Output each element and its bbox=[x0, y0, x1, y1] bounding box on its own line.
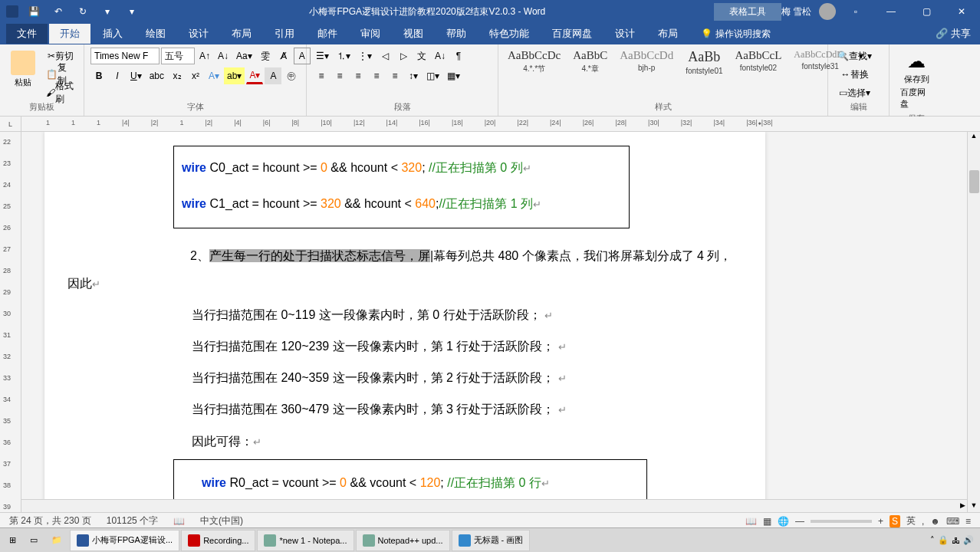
font-color-icon[interactable]: A▾ bbox=[246, 67, 263, 84]
show-marks-icon[interactable]: ¶ bbox=[450, 48, 467, 64]
tab-draw[interactable]: 绘图 bbox=[135, 24, 176, 44]
decrease-indent-icon[interactable]: ◁ bbox=[377, 48, 393, 64]
italic-button[interactable]: I bbox=[109, 67, 126, 84]
find-button[interactable]: 🔍 查找▾ bbox=[834, 48, 875, 64]
ime-punct-icon[interactable]: , bbox=[922, 516, 924, 527]
format-painter-button[interactable]: 🖌 格式刷 bbox=[43, 84, 77, 101]
tab-references[interactable]: 引用 bbox=[264, 24, 305, 44]
task-word[interactable]: 小梅哥FPGA逻辑设... bbox=[70, 530, 179, 551]
document-page[interactable]: wire C0_act = hcount >= 0 && hcount < 32… bbox=[44, 132, 765, 512]
ime-emoji-icon[interactable]: ☻ bbox=[930, 516, 940, 527]
tab-view[interactable]: 视图 bbox=[393, 24, 434, 44]
print-layout-icon[interactable]: ▦ bbox=[763, 516, 771, 527]
borders-icon[interactable]: ▦▾ bbox=[444, 67, 463, 84]
tell-me-search[interactable]: 💡 操作说明搜索 bbox=[701, 28, 771, 41]
tray-vol-icon[interactable]: 🔊 bbox=[963, 535, 974, 545]
undo-icon[interactable]: ↶ bbox=[49, 2, 67, 21]
replace-button[interactable]: ↔ 替换 bbox=[834, 66, 875, 83]
zoom-in-icon[interactable]: + bbox=[878, 516, 883, 527]
vertical-scrollbar[interactable]: ▲ ▼ bbox=[967, 132, 980, 512]
subscript-button[interactable]: x₂ bbox=[169, 67, 186, 84]
redo-icon[interactable]: ↻ bbox=[74, 2, 92, 21]
style-item-0[interactable]: AaBbCcDc4.*.*节 bbox=[505, 48, 564, 77]
ime-sogou-icon[interactable]: S bbox=[890, 515, 900, 527]
touch-icon[interactable]: ▾ bbox=[123, 2, 141, 21]
phonetic-icon[interactable]: 雯 bbox=[257, 48, 274, 64]
tab-help[interactable]: 帮助 bbox=[436, 24, 477, 44]
scroll-thumb[interactable] bbox=[969, 170, 979, 193]
underline-button[interactable]: U▾ bbox=[127, 67, 145, 84]
task-notepad1[interactable]: *new 1 - Notepa... bbox=[257, 530, 354, 551]
grow-font-icon[interactable]: A↑ bbox=[196, 48, 213, 64]
numbering-icon[interactable]: ⒈▾ bbox=[334, 48, 354, 64]
align-right-icon[interactable]: ≡ bbox=[350, 67, 367, 84]
clear-format-icon[interactable]: A̸ bbox=[275, 48, 292, 64]
shrink-font-icon[interactable]: A↓ bbox=[215, 48, 232, 64]
ime-lang[interactable]: 英 bbox=[906, 514, 916, 527]
tab-mailings[interactable]: 邮件 bbox=[307, 24, 348, 44]
tab-table-layout[interactable]: 布局 bbox=[647, 24, 689, 44]
strike-button[interactable]: abc bbox=[146, 67, 167, 84]
paste-button[interactable]: 粘贴 bbox=[6, 48, 40, 91]
justify-icon[interactable]: ≡ bbox=[368, 67, 385, 84]
enclose-char-icon[interactable]: ㊥ bbox=[283, 67, 300, 84]
task-recording[interactable]: Recording... bbox=[181, 530, 255, 551]
sort-icon[interactable]: A↓ bbox=[432, 48, 449, 64]
distributed-icon[interactable]: ≡ bbox=[386, 67, 403, 84]
zoom-slider[interactable] bbox=[811, 520, 872, 523]
ime-settings-icon[interactable]: ≡ bbox=[965, 516, 971, 527]
horizontal-scrollbar[interactable]: ▶ bbox=[21, 499, 967, 512]
minimize-button[interactable]: — bbox=[876, 0, 906, 23]
superscript-button[interactable]: x² bbox=[187, 67, 204, 84]
horizontal-ruler[interactable]: L 111|4||2|1|2||4||6||8||10||12||14||16|… bbox=[0, 117, 980, 132]
system-tray[interactable]: ˄ 🔒 🖧 🔊 bbox=[930, 535, 977, 545]
baidu-save-button[interactable]: ☁ 保存到 百度网盘 bbox=[896, 48, 937, 113]
save-icon[interactable]: 💾 bbox=[25, 2, 43, 21]
tray-net-icon[interactable]: 🖧 bbox=[952, 536, 960, 545]
tab-review[interactable]: 审阅 bbox=[350, 24, 391, 44]
tab-special[interactable]: 特色功能 bbox=[478, 24, 540, 44]
style-item-1[interactable]: AaBbC4.*章 bbox=[570, 48, 610, 77]
select-button[interactable]: ▭ 选择▾ bbox=[834, 84, 875, 101]
change-case-icon[interactable]: Aa▾ bbox=[233, 48, 255, 64]
text-effects-icon[interactable]: A▾ bbox=[206, 67, 222, 84]
styles-gallery[interactable]: AaBbCcDc4.*.*节 AaBbC4.*章 AaBbCcDdbjh-p A… bbox=[505, 48, 850, 77]
tab-table-design[interactable]: 设计 bbox=[604, 24, 646, 44]
task-notepad2[interactable]: Notepad++ upd... bbox=[356, 530, 450, 551]
tab-layout[interactable]: 布局 bbox=[221, 24, 262, 44]
close-button[interactable]: ✕ bbox=[946, 0, 977, 23]
dropdown-icon[interactable]: ▾ bbox=[98, 2, 117, 21]
font-name-select[interactable] bbox=[90, 48, 159, 64]
highlight-icon[interactable]: ab▾ bbox=[224, 67, 245, 84]
tray-safe-icon[interactable]: 🔒 bbox=[938, 535, 949, 545]
vertical-ruler[interactable]: 22 23 24 25 26 27 28 29 30 31 32 33 34 3… bbox=[0, 132, 21, 512]
avatar[interactable] bbox=[819, 3, 836, 20]
ime-keyboard-icon[interactable]: ⌨ bbox=[946, 516, 959, 527]
task-view-button[interactable]: ▭ bbox=[24, 530, 44, 551]
align-center-icon[interactable]: ≡ bbox=[331, 67, 348, 84]
char-shading-icon[interactable]: A bbox=[265, 67, 281, 84]
increase-indent-icon[interactable]: ▷ bbox=[395, 48, 412, 64]
tab-insert[interactable]: 插入 bbox=[92, 24, 133, 44]
zoom-out-icon[interactable]: — bbox=[795, 516, 804, 527]
read-mode-icon[interactable]: 📖 bbox=[745, 516, 757, 527]
explorer-button[interactable]: 📁 bbox=[45, 530, 68, 551]
tab-file[interactable]: 文件 bbox=[6, 24, 48, 44]
tab-baidu[interactable]: 百度网盘 bbox=[541, 24, 603, 44]
multilevel-icon[interactable]: ⋮▾ bbox=[355, 48, 375, 64]
style-item-3[interactable]: AaBbfontstyle01 bbox=[682, 48, 725, 77]
spell-check-icon[interactable]: 📖 bbox=[173, 516, 185, 527]
tab-home[interactable]: 开始 bbox=[49, 24, 90, 44]
bold-button[interactable]: B bbox=[90, 67, 107, 84]
page-status[interactable]: 第 24 页，共 230 页 bbox=[9, 514, 91, 527]
align-left-icon[interactable]: ≡ bbox=[313, 67, 330, 84]
text-direction-icon[interactable]: 文 bbox=[413, 48, 430, 64]
style-item-4[interactable]: AaBbCcLfontstyle02 bbox=[732, 48, 785, 77]
style-item-2[interactable]: AaBbCcDdbjh-p bbox=[617, 48, 676, 77]
bullets-icon[interactable]: ☰▾ bbox=[313, 48, 332, 64]
task-paint[interactable]: 无标题 - 画图 bbox=[452, 530, 531, 551]
language-status[interactable]: 中文(中国) bbox=[200, 514, 243, 527]
font-size-select[interactable] bbox=[161, 48, 195, 64]
word-count[interactable]: 101125 个字 bbox=[107, 514, 158, 527]
shading-icon[interactable]: ◫▾ bbox=[423, 67, 442, 84]
